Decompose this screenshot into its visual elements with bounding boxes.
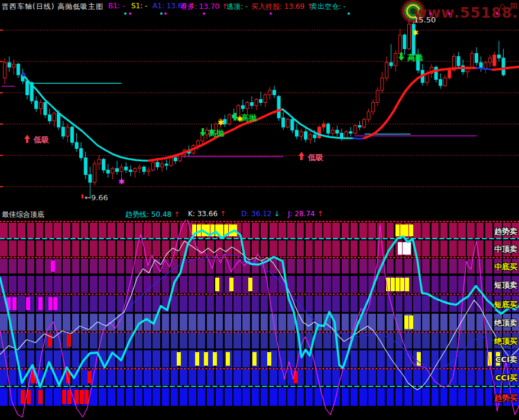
candle-body <box>138 167 141 169</box>
indicator-readout-item: B1: - <box>108 2 125 10</box>
candle-body <box>296 130 299 136</box>
candle-body <box>434 67 437 80</box>
signal-dot <box>124 12 126 15</box>
candle-body <box>251 103 254 106</box>
candle-body <box>277 96 280 118</box>
main-chart-header: 晋西车轴(日线) 高抛低吸主图 B1: -S1: -A1: 13.69 ↑看多:… <box>0 0 519 12</box>
candle-body <box>142 167 145 172</box>
chart-text: ✱ <box>218 118 225 127</box>
candle-body <box>331 130 334 133</box>
candle-body <box>273 90 276 95</box>
candle-body <box>228 115 231 124</box>
axis-tick <box>0 123 3 125</box>
candle-body <box>165 164 168 165</box>
chart-text: ←9.66 <box>85 193 108 202</box>
diamond-icon[interactable]: ◇ <box>499 2 505 10</box>
signal-dot <box>160 12 163 15</box>
buy-arrow-icon <box>24 135 30 143</box>
chart-text: 低吸 <box>33 135 50 144</box>
axis-tick <box>0 30 3 31</box>
indicator-line-trend <box>0 230 519 387</box>
candle-body <box>39 103 42 109</box>
candle-body <box>170 158 173 165</box>
trend-arrow-icon: ↑ <box>218 210 226 218</box>
buy-arrow-icon <box>299 152 304 160</box>
candle-body <box>174 158 177 161</box>
candle-body <box>17 64 20 75</box>
chart-text: 15.50 <box>414 15 436 24</box>
ma-line <box>476 68 493 70</box>
indicator-value-item: D: 36.12 ↓ <box>241 210 280 218</box>
candle-body <box>349 132 352 134</box>
candle-body <box>134 168 137 171</box>
candle-body <box>129 170 132 172</box>
candle-body <box>322 124 325 127</box>
chart-text: 低吸 <box>307 153 324 162</box>
candle-body <box>403 35 406 48</box>
candle-body <box>93 164 96 182</box>
indicator-panel-header: 最佳综合顶底 趋势线: 50.48 ↑K: 33.66 ↑D: 36.12 ↓J… <box>0 208 519 220</box>
candle-body <box>408 24 411 49</box>
signal-dot <box>429 12 432 15</box>
candle-body <box>318 127 321 138</box>
candle-body <box>125 167 128 170</box>
ma-line <box>22 74 149 161</box>
chart-text: ✱ <box>237 115 244 123</box>
candle-body <box>102 159 105 170</box>
candle-body <box>241 106 244 109</box>
candle-body <box>457 57 460 66</box>
candle-body <box>286 119 289 127</box>
candle-body <box>260 99 262 102</box>
candle-body <box>309 135 312 139</box>
candle-body <box>75 142 78 148</box>
chart-title: 晋西车轴(日线) 高抛低吸主图 <box>2 2 103 12</box>
axis-tick <box>0 61 3 62</box>
axis-tick <box>0 155 3 156</box>
signal-dot <box>448 12 450 15</box>
candle-body <box>300 132 303 136</box>
candle-body <box>381 78 384 90</box>
candle-body <box>80 148 83 158</box>
indicator-readout-item: S1: - <box>131 2 147 10</box>
ma-line <box>353 138 364 139</box>
indicator-readout-item: 逃顶: - <box>226 2 248 12</box>
candle-body <box>443 78 446 86</box>
candle-body <box>327 124 330 134</box>
candle-body <box>4 63 7 78</box>
restore-icon[interactable]: 回 <box>510 2 517 10</box>
signal-dot <box>129 12 131 15</box>
chart-text: ✱ <box>119 177 125 186</box>
candle-body <box>345 132 348 138</box>
axis-tick <box>0 186 3 187</box>
candle-body <box>12 64 15 67</box>
candle-body <box>367 112 370 119</box>
candle-body <box>57 113 60 127</box>
signal-dot <box>203 12 205 15</box>
candle-body <box>71 127 74 142</box>
candle-body <box>66 127 69 136</box>
candle-body <box>255 99 258 105</box>
candle-body <box>44 103 47 115</box>
candle-body <box>353 125 356 133</box>
candle-body <box>336 130 339 133</box>
candle-body <box>498 55 501 58</box>
chart-text: ✱ <box>413 28 419 37</box>
candle-body <box>282 118 285 128</box>
chart-text: 高抛 <box>241 113 257 122</box>
candle-body <box>246 103 249 109</box>
candle-body <box>8 63 11 67</box>
signal-dot <box>270 12 272 15</box>
indicator-value-item: K: 33.66 ↑ <box>188 210 226 218</box>
candle-body <box>26 81 29 95</box>
candle-body <box>448 70 451 78</box>
indicator-readout-item: 卖出空仓: - <box>310 2 346 12</box>
candle-body <box>385 63 388 78</box>
low-tick <box>82 194 83 198</box>
candle-body <box>106 170 109 173</box>
candle-body <box>268 90 271 95</box>
candle-body <box>398 35 401 53</box>
sell-arrow-icon <box>398 53 404 61</box>
candle-body <box>161 164 164 167</box>
signal-dot <box>348 12 350 15</box>
indicator-readout-item: 看多: 13.70 ↑ <box>180 2 228 12</box>
